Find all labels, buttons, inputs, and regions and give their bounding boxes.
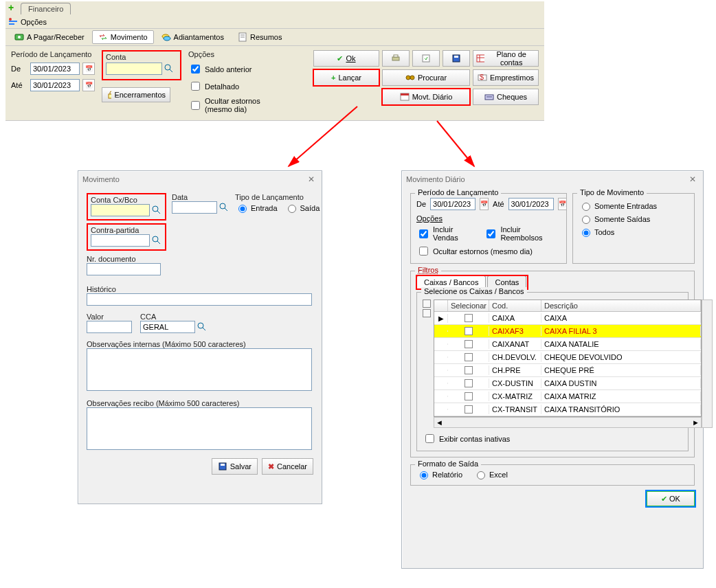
movt-diario-button[interactable]: Movt. Diário bbox=[382, 89, 470, 105]
plano-contas-button[interactable]: Plano de contas bbox=[473, 50, 539, 67]
cancelar-button[interactable]: ✖ Cancelar bbox=[262, 458, 313, 475]
md-close-button[interactable]: ✕ bbox=[686, 173, 699, 185]
md-ok-label: OK bbox=[669, 495, 680, 503]
md-col-cod[interactable]: Cod. bbox=[489, 300, 541, 311]
print-button[interactable] bbox=[382, 50, 410, 67]
contra-partida-input[interactable] bbox=[91, 234, 150, 247]
obs-recibo-textarea[interactable] bbox=[87, 407, 312, 450]
svg-rect-26 bbox=[401, 93, 409, 95]
conta-lookup-button[interactable] bbox=[164, 63, 175, 74]
row-cod: CX-MATRIZ bbox=[489, 392, 541, 401]
nrdoc-label: Nr. documento bbox=[87, 255, 166, 263]
md-ocultar-estornos[interactable]: Ocultar estornos (mesmo dia) bbox=[416, 245, 561, 258]
table-icon bbox=[476, 54, 484, 63]
movimento-close-button[interactable]: ✕ bbox=[305, 173, 317, 185]
lancar-button[interactable]: + Lançar bbox=[313, 69, 379, 86]
financeiro-tab[interactable]: Financeiro bbox=[21, 3, 71, 14]
md-col-desc[interactable]: Descrição bbox=[541, 300, 701, 311]
md-incluir-vendas[interactable]: Incluir Vendas bbox=[416, 225, 477, 242]
de-calendar-button[interactable]: 📅 bbox=[82, 63, 95, 75]
row-checkbox[interactable] bbox=[465, 353, 473, 361]
de-date-input[interactable] bbox=[30, 63, 80, 75]
cheques-button[interactable]: Cheques bbox=[473, 89, 539, 105]
cca-lookup[interactable] bbox=[197, 321, 208, 332]
ate-date-input[interactable] bbox=[30, 79, 80, 91]
ocultar-estornos-checkbox[interactable]: Ocultar estornos (mesmo dia) bbox=[188, 97, 286, 113]
md-tipo-todos[interactable]: Todos bbox=[579, 227, 689, 237]
tab-adiantamentos[interactable]: Adiantamentos bbox=[155, 30, 230, 44]
md-ate-input[interactable] bbox=[508, 198, 554, 210]
entrada-radio[interactable]: Entrada bbox=[235, 203, 278, 213]
row-checkbox[interactable] bbox=[465, 366, 473, 374]
row-checkbox[interactable] bbox=[465, 405, 473, 414]
contra-partida-lookup[interactable] bbox=[151, 235, 162, 246]
row-pointer-icon: ▶ bbox=[438, 315, 444, 322]
plus-icon[interactable]: + bbox=[8, 4, 18, 14]
tab-resumos[interactable]: Resumos bbox=[232, 30, 288, 44]
md-exibir-inativas-label: Exibir contas inativas bbox=[439, 435, 510, 443]
conta-cxbco-input[interactable] bbox=[91, 204, 150, 216]
md-title: Movimento Diário bbox=[406, 175, 465, 183]
check-icon: ✔ bbox=[337, 54, 343, 63]
md-tipo-saidas[interactable]: Somente Saídas bbox=[579, 214, 689, 224]
row-checkbox[interactable] bbox=[465, 379, 473, 387]
menu-opcoes[interactable]: Opções bbox=[21, 18, 47, 26]
valor-label: Valor bbox=[87, 313, 135, 321]
table-row[interactable]: ▶CAIXACAIXA bbox=[434, 312, 701, 325]
ate-calendar-button[interactable]: 📅 bbox=[82, 79, 95, 91]
cca-input[interactable] bbox=[140, 321, 195, 333]
data-input[interactable] bbox=[172, 201, 217, 214]
row-cod: CAIXA bbox=[489, 313, 541, 323]
opcoes-section: Opções Saldo anterior Detalhado Ocultar … bbox=[188, 50, 286, 113]
conta-cxbco-lookup[interactable] bbox=[151, 205, 162, 216]
save-disk-button[interactable] bbox=[443, 50, 470, 67]
tab-apagar-receber[interactable]: A Pagar/Receber bbox=[8, 30, 91, 44]
saldo-anterior-checkbox[interactable]: Saldo anterior bbox=[188, 63, 286, 76]
saida-label: Saída bbox=[300, 204, 320, 212]
nrdoc-input[interactable] bbox=[87, 263, 161, 275]
salvar-button[interactable]: Salvar bbox=[212, 458, 258, 475]
saida-radio[interactable]: Saída bbox=[284, 203, 320, 213]
table-row[interactable]: CH.PRECHEQUE PRÉ bbox=[434, 364, 701, 377]
ok-button[interactable]: ✔ Ok bbox=[313, 50, 379, 67]
md-de-input[interactable] bbox=[430, 198, 476, 210]
row-checkbox[interactable] bbox=[465, 314, 473, 322]
svg-point-31 bbox=[153, 206, 158, 212]
md-incluir-reembolsos[interactable]: Incluir Reembolsos bbox=[484, 225, 561, 242]
row-checkbox[interactable] bbox=[465, 392, 473, 400]
md-formato-excel[interactable]: Excel bbox=[473, 469, 508, 479]
md-ok-button[interactable]: ✔ OK bbox=[647, 491, 695, 506]
table-row[interactable]: CAIXAF3CAIXA FILIAL 3 bbox=[434, 325, 701, 338]
table-row[interactable]: CX-MATRIZCAIXA MATRIZ bbox=[434, 390, 701, 403]
md-vscrollbar[interactable] bbox=[702, 299, 713, 428]
table-row[interactable]: CX-TRANSITCAIXA TRANSITÓRIO bbox=[434, 403, 701, 416]
valor-input[interactable] bbox=[87, 321, 132, 333]
md-formato-relatorio[interactable]: Relatório bbox=[416, 469, 462, 479]
data-lookup[interactable] bbox=[219, 202, 230, 213]
md-tipo-entradas[interactable]: Somente Entradas bbox=[579, 201, 689, 211]
row-checkbox[interactable] bbox=[465, 327, 473, 335]
md-col-selecionar[interactable]: Selecionar bbox=[448, 300, 489, 311]
row-checkbox[interactable] bbox=[465, 340, 473, 348]
conta-input[interactable] bbox=[106, 63, 162, 75]
svg-line-30 bbox=[437, 121, 474, 166]
table-row[interactable]: CH.DEVOLV.CHEQUE DEVOLVIDO bbox=[434, 351, 701, 364]
detalhado-checkbox[interactable]: Detalhado bbox=[188, 80, 286, 93]
md-exibir-inativas[interactable]: Exibir contas inativas bbox=[423, 432, 682, 445]
md-uncheck-all[interactable] bbox=[423, 309, 431, 317]
export-button[interactable] bbox=[412, 50, 440, 67]
md-ate-cal[interactable]: 📅 bbox=[558, 198, 567, 210]
obs-internas-textarea[interactable] bbox=[87, 348, 312, 391]
encerramentos-button[interactable]: Encerramentos bbox=[102, 87, 170, 102]
historico-input[interactable] bbox=[87, 293, 312, 306]
emprestimos-button[interactable]: $ Emprestimos bbox=[473, 69, 539, 86]
tab-movimento[interactable]: Movimento bbox=[92, 30, 154, 44]
md-hscrollbar[interactable]: ◄► bbox=[434, 417, 702, 428]
md-de-cal[interactable]: 📅 bbox=[480, 198, 489, 210]
procurar-button[interactable]: Procurar bbox=[382, 69, 470, 86]
movimento-diario-dialog: Movimento Diário ✕ Período de Lançamento… bbox=[401, 170, 704, 569]
md-ate-label: Até bbox=[493, 200, 504, 208]
table-row[interactable]: CX-DUSTINCAIXA DUSTIN bbox=[434, 377, 701, 390]
table-row[interactable]: CAIXANATCAIXA NATALIE bbox=[434, 338, 701, 351]
md-check-all[interactable] bbox=[423, 299, 431, 308]
